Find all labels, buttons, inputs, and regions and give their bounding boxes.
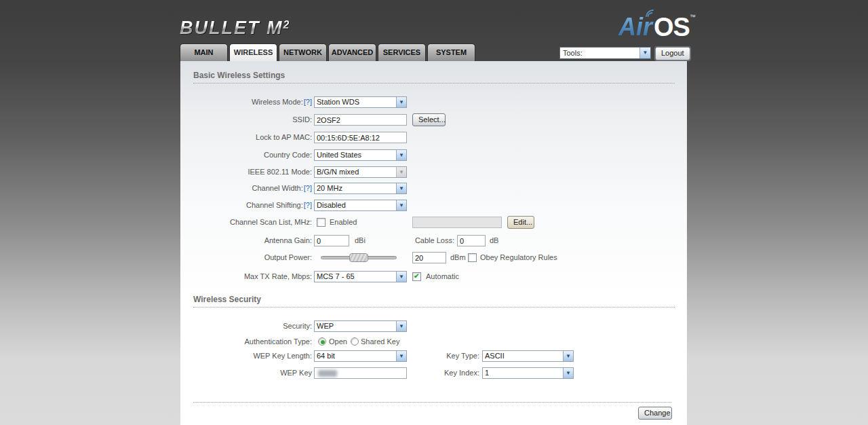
channel-width-value: 20 MHz [315,183,406,193]
ieee-mode-value: B/G/N mixed [315,167,406,177]
wep-key-length-label: WEP Key Length: [180,350,312,362]
key-index-value: 1 [483,368,573,378]
tab-system[interactable]: SYSTEM [427,43,475,61]
chevron-down-icon: ▼ [396,321,406,331]
wep-key-label: WEP Key [180,367,312,379]
cable-loss-label: Cable Loss: [343,235,454,246]
wireless-mode-row: Wireless Mode:[?] Station WDS ▼ [180,96,687,108]
key-index-label: Key Index: [370,367,479,379]
change-button[interactable]: Change [638,407,672,420]
max-tx-rate-select[interactable]: MCS 7 - 65 ▼ [314,271,407,282]
device-logo: BULLET M2 [180,18,289,39]
basic-wireless-settings-title: Basic Wireless Settings [193,71,675,84]
tools-select[interactable]: Tools: ▼ [559,47,651,59]
channel-width-row: Channel Width:[?] 20 MHz ▼ [180,183,687,194]
obey-regulatory-checkbox[interactable] [468,253,477,262]
tab-advanced[interactable]: ADVANCED [328,43,376,61]
country-code-row: Country Code: United States ▼ [180,149,687,161]
output-power-unit: dBm [450,252,466,263]
wireless-mode-select[interactable]: Station WDS ▼ [314,96,407,108]
wep-key-row: WEP Key Key Index: 1 ▼ [180,367,687,379]
chevron-down-icon: ▼ [396,200,406,210]
tab-wireless[interactable]: WIRELESS [229,43,277,61]
airos-page: { "header": { "device_logo": { "name": "… [0,0,868,425]
wireless-mode-value: Station WDS [315,97,406,107]
key-type-select[interactable]: ASCII ▼ [482,350,574,362]
ssid-label: SSID: [180,114,312,126]
channel-width-help-link[interactable]: [?] [304,184,312,192]
tab-network[interactable]: NETWORK [279,43,327,61]
chevron-down-icon: ▼ [396,97,406,107]
output-power-row: Output Power: dBm Obey Regulatory Rules [180,252,687,263]
output-power-slider[interactable] [321,255,397,260]
ssid-input[interactable] [314,114,407,126]
channel-shifting-row: Channel Shifting:[?] Disabled ▼ [180,200,687,211]
security-label: Security: [180,320,312,332]
max-tx-rate-label: Max TX Rate, Mbps: [180,271,312,282]
max-tx-rate-row: Max TX Rate, Mbps: MCS 7 - 65 ▼ Automati… [180,271,687,282]
key-type-label: Key Type: [370,350,479,362]
auth-shared-key-radio[interactable] [351,337,359,346]
chevron-down-icon: ▼ [563,351,573,361]
channel-width-select[interactable]: 20 MHz ▼ [314,183,407,194]
key-type-value: ASCII [483,351,573,361]
channel-shifting-label: Channel Shifting:[?] [180,200,312,211]
chevron-down-icon: ▼ [639,48,650,58]
tools-select-value: Tools: [560,48,650,58]
auth-open-radio[interactable] [318,337,326,346]
wireless-mode-label: Wireless Mode:[?] [180,96,312,108]
antenna-gain-label: Antenna Gain: [180,235,312,246]
auth-type-label: Authentication Type: [180,336,312,348]
auth-type-row: Authentication Type: Open Shared Key [180,336,687,348]
chevron-down-icon: ▼ [396,150,406,160]
logout-button[interactable]: Logout [655,47,690,60]
channel-scan-label: Channel Scan List, MHz: [180,217,312,228]
wifi-waves-icon [644,9,654,18]
output-power-label: Output Power: [180,252,312,263]
wireless-security-title: Wireless Security [193,295,675,308]
channel-scan-edit-button[interactable]: Edit... [507,216,534,229]
chevron-down-icon: ▼ [396,167,406,177]
slider-handle[interactable] [349,253,368,262]
max-tx-rate-value: MCS 7 - 65 [315,272,406,282]
content-panel: Basic Wireless Settings Wireless Mode:[?… [180,61,687,425]
channel-shifting-help-link[interactable]: [?] [304,201,312,209]
lock-ap-mac-row: Lock to AP MAC: [180,132,687,143]
auth-open-label: Open [329,336,347,348]
chevron-down-icon: ▼ [563,368,573,378]
obey-regulatory-label: Obey Regulatory Rules [480,252,557,263]
ssid-row: SSID: Select... [180,114,687,126]
automatic-label: Automatic [426,271,459,282]
country-code-value: United States [315,150,406,160]
wep-key-length-row: WEP Key Length: 64 bit ▼ Key Type: ASCII… [180,350,687,362]
wireless-mode-help-link[interactable]: [?] [304,98,312,106]
channel-scan-list-input [412,217,502,228]
auth-shared-key-label: Shared Key [361,336,399,348]
airos-logo: Air OS ™ [618,12,696,41]
redacted-wep-key-value [318,370,337,377]
key-index-select[interactable]: 1 ▼ [482,367,574,379]
airos-logo-os: OS [654,14,690,41]
country-code-select[interactable]: United States ▼ [314,149,407,161]
security-row: Security: WEP ▼ [180,320,687,332]
chevron-down-icon: ▼ [396,272,406,282]
ssid-select-button[interactable]: Select... [412,113,446,126]
airos-trademark: ™ [690,14,696,20]
country-code-label: Country Code: [180,149,312,161]
channel-shifting-value: Disabled [315,200,406,210]
airos-logo-air: Air [618,14,654,41]
output-power-input[interactable] [412,252,446,263]
tab-main[interactable]: MAIN [180,43,228,61]
automatic-checkbox[interactable] [412,272,421,281]
tab-services[interactable]: SERVICES [378,43,426,61]
lock-ap-mac-input[interactable] [314,132,407,143]
footer-divider [193,402,671,403]
channel-scan-enabled-label: Enabled [330,217,357,228]
channel-scan-enabled-checkbox[interactable] [317,218,326,227]
chevron-down-icon: ▼ [396,183,406,193]
channel-shifting-select[interactable]: Disabled ▼ [314,200,407,211]
security-select[interactable]: WEP ▼ [314,320,407,332]
channel-scan-row: Channel Scan List, MHz: Enabled Edit... [180,217,687,228]
cable-loss-unit: dB [490,235,498,246]
cable-loss-input[interactable] [457,235,486,246]
